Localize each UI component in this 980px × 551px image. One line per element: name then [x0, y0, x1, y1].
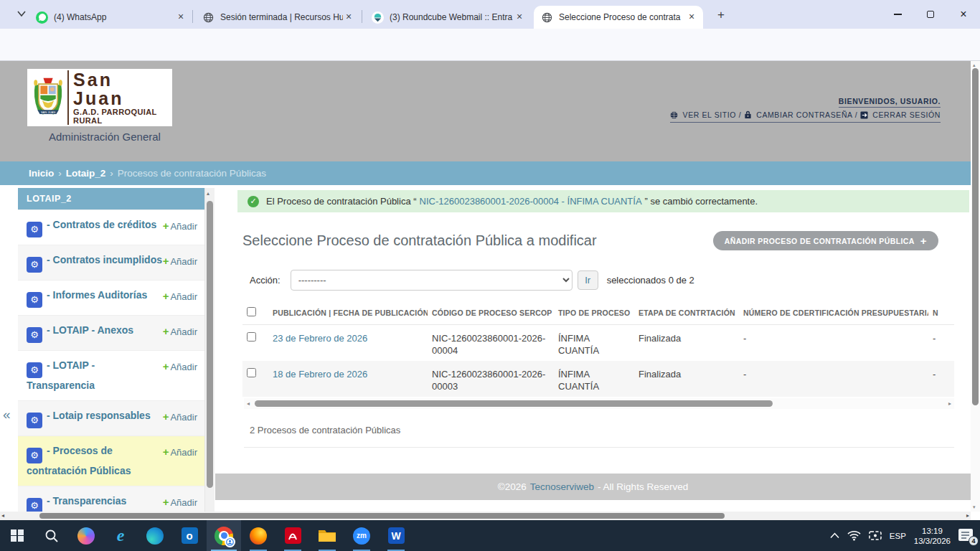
sidebar-item-contratos-incumplidos[interactable]: +Añadir ⚙- Contratos incumplidos — [18, 245, 204, 280]
add-link[interactable]: +Añadir — [163, 253, 197, 269]
gear-icon: ⚙ — [27, 292, 42, 308]
col-etapa[interactable]: ETAPA DE CONTRTACIÓN — [634, 301, 739, 325]
sidebar-section-title[interactable]: LOTAIP_2 — [18, 188, 204, 209]
taskbar-copilot-button[interactable] — [69, 520, 103, 551]
table-horizontal-scrollbar[interactable]: ◂ ▸ — [244, 398, 954, 409]
tray-expand-chevron-icon[interactable] — [830, 532, 839, 539]
add-link[interactable]: +Añadir — [163, 324, 197, 339]
row-checkbox[interactable] — [247, 368, 256, 377]
scroll-right-icon[interactable]: ▸ — [966, 512, 969, 519]
globe-icon — [541, 11, 553, 24]
scroll-right-icon[interactable]: ▸ — [946, 400, 954, 407]
acrobat-icon — [285, 527, 301, 544]
language-indicator[interactable]: ESP — [890, 532, 906, 540]
taskbar-chrome-button[interactable] — [207, 520, 241, 551]
change-password-link[interactable]: CAMBIAR CONTRASEÑA — [756, 110, 852, 119]
window-close-button[interactable]: × — [947, 0, 980, 29]
row-checkbox[interactable] — [247, 332, 256, 342]
screen-share-icon[interactable] — [869, 530, 882, 541]
globe-icon — [670, 111, 678, 121]
new-tab-button[interactable]: + — [714, 8, 728, 22]
wifi-icon[interactable] — [847, 530, 861, 541]
taskbar-acrobat-button[interactable] — [275, 520, 310, 551]
footer-brand-link[interactable]: Tecnoserviweb — [530, 481, 594, 492]
add-link[interactable]: +Añadir — [163, 409, 197, 425]
sidebar-collapse-toggle[interactable]: « — [3, 407, 11, 423]
taskbar-zoom-button[interactable]: zm — [344, 520, 379, 551]
tab-close-icon[interactable]: × — [343, 11, 354, 23]
action-select[interactable]: --------- — [291, 270, 573, 291]
sidebar-scrollbar-thumb[interactable] — [207, 201, 213, 488]
row-etapa: Finalizada — [634, 361, 739, 397]
sidebar-item-contratos-creditos[interactable]: +Añadir ⚙- Contratos de créditos — [18, 209, 204, 245]
breadcrumb-app-link[interactable]: Lotaip_2 — [66, 168, 106, 179]
tab-search-chevron-icon[interactable] — [17, 11, 26, 17]
scroll-up-icon[interactable]: ▴ — [207, 190, 209, 197]
globe-icon — [202, 11, 215, 24]
view-site-link[interactable]: VER EL SITIO — [683, 110, 737, 119]
taskbar-outlook-button[interactable]: o — [172, 520, 207, 551]
row-date-link[interactable]: 18 de Febrero de 2026 — [273, 369, 367, 380]
tab-active-procesos[interactable]: Seleccione Proceso de contrata × — [534, 6, 703, 29]
col-codigo[interactable]: CÓDIGO DE PROCESO SERCOP — [428, 301, 554, 325]
plus-icon: + — [163, 325, 169, 337]
browser-tab-strip: (4) WhatsApp × Sesión terminada | Recurs… — [0, 0, 980, 29]
sidebar-scrollbar[interactable]: ▴ — [205, 188, 215, 512]
col-certificacion[interactable]: NÚMERO DE CDERTIFICACIÓN PRESUPUESTARIA — [739, 301, 928, 325]
browser-vertical-scrollbar[interactable]: ▴ ▾ — [971, 61, 980, 512]
taskbar-word-button[interactable]: W — [379, 520, 413, 551]
add-proceso-button[interactable]: AÑADIR PROCESO DE CONTRATACIÓN PÚBLICA+ — [713, 231, 938, 250]
plus-icon: + — [163, 496, 169, 508]
col-n[interactable]: N — [928, 301, 954, 325]
start-button[interactable] — [0, 520, 34, 551]
tab-recursos[interactable]: Sesión terminada | Recursos Hu × — [195, 6, 360, 29]
tab-whatsapp[interactable]: (4) WhatsApp × — [29, 6, 192, 29]
tray-time: 13:19 — [914, 526, 951, 536]
tab-close-icon[interactable]: × — [686, 11, 697, 23]
notification-center-button[interactable]: 4 — [958, 529, 974, 542]
tab-close-icon[interactable]: × — [514, 11, 525, 23]
go-button[interactable]: Ir — [578, 270, 598, 290]
sidebar-item-lotaip-transparencia[interactable]: +Añadir ⚙- LOTAIP - Transparencia — [18, 350, 204, 400]
vertical-scrollbar-thumb[interactable] — [972, 68, 979, 405]
sidebar-item-procesos-contratacion[interactable]: +Añadir ⚙- Procesos de contratación Públ… — [18, 435, 204, 486]
scroll-down-icon[interactable]: ▾ — [973, 504, 976, 510]
sidebar-item-lotaip-responsables[interactable]: +Añadir ⚙- Lotaip responsables — [18, 400, 204, 435]
add-link[interactable]: +Añadir — [163, 444, 197, 460]
taskbar-search-button[interactable] — [34, 520, 69, 551]
gear-icon: ⚙ — [27, 413, 42, 428]
select-all-checkbox[interactable] — [247, 307, 256, 316]
col-publicacion[interactable]: PUBLICACIÓN | FECHA DE PUBLICACIÓN — [268, 301, 428, 325]
username: USUARIO. — [900, 97, 941, 105]
taskbar-clock[interactable]: 13:19 13/3/2026 — [914, 526, 951, 546]
sidebar-item-transparencias-colaborativas[interactable]: +Añadir ⚙- Transparencias Colaborativas — [18, 486, 204, 512]
add-link[interactable]: +Añadir — [163, 288, 197, 304]
sidebar-item-informes-auditorias[interactable]: +Añadir ⚙- Informes Auditorías — [18, 280, 204, 315]
table-scrollbar-thumb[interactable] — [255, 400, 773, 407]
scroll-left-icon[interactable]: ◂ — [1, 512, 4, 519]
add-link[interactable]: +Añadir — [163, 494, 197, 510]
svg-text:SAN JUAN: SAN JUAN — [41, 110, 55, 114]
tab-close-icon[interactable]: × — [175, 11, 187, 23]
scroll-left-icon[interactable]: ◂ — [244, 400, 253, 407]
logo-title: San Juan — [73, 70, 168, 108]
sidebar-item-lotaip-anexos[interactable]: +Añadir ⚙- LOTAIP - Anexos — [18, 315, 204, 350]
add-link[interactable]: +Añadir — [163, 359, 197, 375]
taskbar-firefox-button[interactable] — [241, 520, 275, 551]
tab-roundcube[interactable]: (3) Roundcube Webmail :: Entra × — [364, 6, 531, 29]
taskbar-edge-button[interactable] — [138, 520, 172, 551]
logout-link[interactable]: CERRAR SESIÓN — [872, 110, 941, 119]
breadcrumb-home-link[interactable]: Inicio — [29, 168, 54, 179]
add-link[interactable]: +Añadir — [163, 218, 197, 234]
window-maximize-button[interactable] — [914, 0, 947, 29]
col-tipo[interactable]: TIPO DE PROCESO — [554, 301, 634, 325]
site-logo[interactable]: SAN JUAN San Juan G.A.D. PARROQUIAL RURA… — [27, 69, 172, 126]
horizontal-scrollbar-thumb[interactable] — [39, 513, 725, 519]
scroll-up-icon[interactable]: ▴ — [973, 62, 976, 68]
changed-object-link[interactable]: NIC-1260023860001-2026-00004 - ÍNFIMA CU… — [420, 196, 642, 207]
window-minimize-button[interactable] — [881, 0, 914, 29]
page-horizontal-scrollbar[interactable]: ◂ ▸ — [0, 512, 971, 520]
row-date-link[interactable]: 23 de Febrero de 2026 — [273, 333, 367, 344]
taskbar-ie-button[interactable]: e — [103, 520, 138, 551]
taskbar-explorer-button[interactable] — [310, 520, 344, 551]
